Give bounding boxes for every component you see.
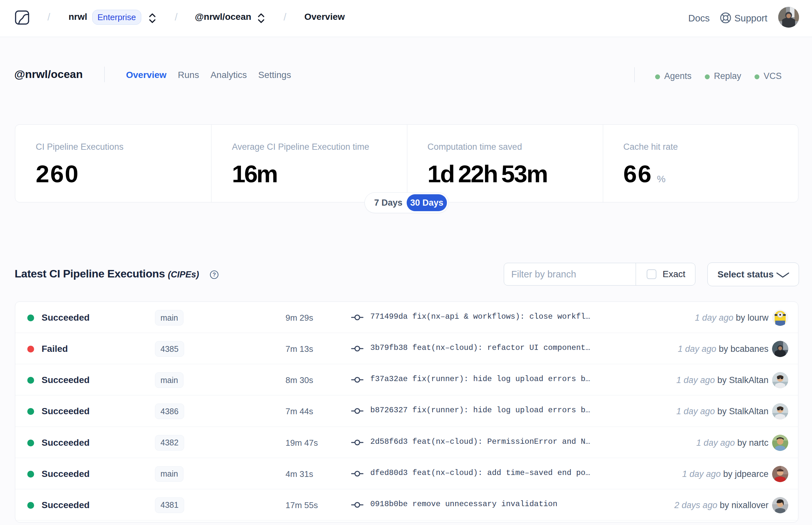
svg-text:?: ?	[212, 272, 216, 278]
